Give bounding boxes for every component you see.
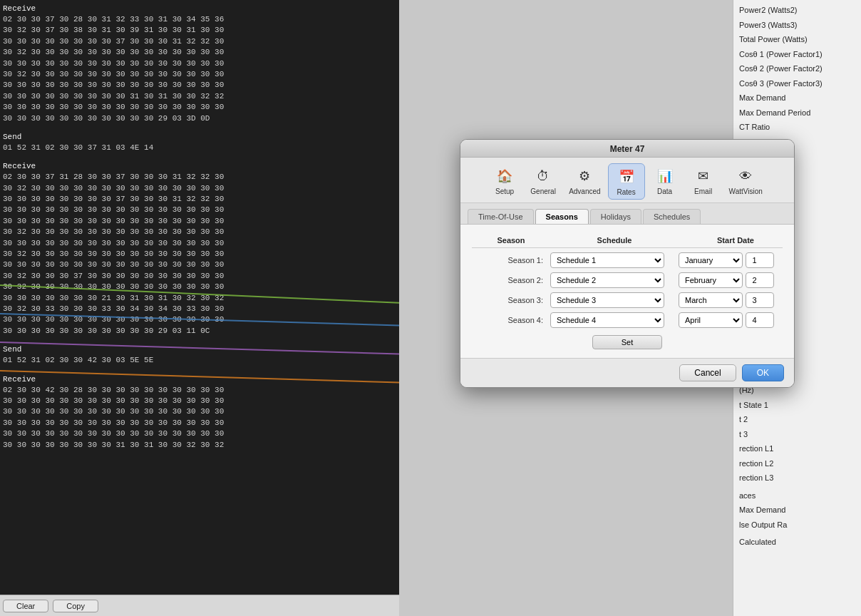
log-section-label: Receive [3,4,396,13]
right-list-item: Cosθ 1 (Power Factor1) [733,47,861,62]
right-list-item: CT Ratio [733,120,861,135]
season-table-header: Season Schedule Start Date [472,233,783,248]
season-schedule-select-3[interactable]: Schedule 1Schedule 2Schedule 3Schedule 4 [550,292,664,308]
log-line: 01 52 31 02 30 30 37 31 03 4E 14 [3,143,396,153]
right-list-item: Cosθ 2 (Power Factor2) [733,61,861,76]
advanced-icon: ⚙ [574,166,594,186]
season-row-2: Season 2:Schedule 1Schedule 2Schedule 3S… [472,272,783,288]
log-section-label: Receive [3,375,396,384]
season-day-input-2[interactable] [746,272,774,288]
right-list-item: t 2 [733,412,861,427]
dialog-content: Season Schedule Start Date Season 1:Sche… [460,225,794,358]
toolbar-label-rates: Rates [617,188,636,196]
log-panel: Receive02 30 30 37 30 28 30 31 32 33 30 … [0,0,399,616]
email-icon: ✉ [694,166,713,186]
log-line: 30 32 30 30 30 30 30 30 30 30 30 30 30 3… [3,47,396,58]
toolbar-label-data: Data [657,188,672,195]
season-label-4: Season 4: [472,316,550,324]
right-list-item: Power2 (Watts2) [733,3,861,18]
log-line: 30 32 30 30 30 30 30 30 30 30 30 30 30 3… [3,183,396,194]
log-line: 30 30 30 30 30 30 30 30 31 30 31 30 30 3… [3,440,396,451]
toolbar-item-email[interactable]: ✉Email [685,163,722,200]
season-date-group-4: JanuaryFebruaryMarchAprilMayJuneJulyAugu… [679,312,793,328]
right-list-item: aces [733,488,861,503]
dialog-toolbar: 🏠Setup⏱General⚙Advanced📅Rates📊Data✉Email… [460,158,794,203]
right-list-item: rection L2 [733,456,861,471]
season-month-select-2[interactable]: JanuaryFebruaryMarchAprilMayJuneJulyAugu… [679,272,743,288]
season-day-input-4[interactable] [746,312,774,328]
log-line: 02 30 30 37 30 28 30 31 32 33 30 31 30 3… [3,14,396,25]
log-line: 02 30 30 37 31 28 30 30 37 30 30 30 31 3… [3,172,396,183]
log-line: 30 32 30 30 30 30 30 30 30 30 30 30 30 3… [3,227,396,237]
set-button[interactable]: Set [592,335,663,349]
season-schedule-select-2[interactable]: Schedule 1Schedule 2Schedule 3Schedule 4 [550,272,664,288]
season-month-select-4[interactable]: JanuaryFebruaryMarchAprilMayJuneJulyAugu… [679,312,743,328]
data-icon: 📊 [655,166,675,186]
col-season: Season [472,236,550,245]
log-line: 30 30 30 30 30 30 30 30 30 30 30 29 03 3… [3,113,396,124]
right-list-item: Total Power (Watts) [733,32,861,47]
log-line: 30 30 30 30 30 30 30 30 30 30 30 30 30 3… [3,260,396,270]
season-row-4: Season 4:Schedule 1Schedule 2Schedule 3S… [472,312,783,328]
right-list-item: rection L1 [733,441,861,456]
toolbar-label-general: General [530,188,556,195]
bottom-toolbar: Clear Copy [0,595,399,616]
season-date-group-2: JanuaryFebruaryMarchAprilMayJuneJulyAugu… [679,272,793,288]
log-line: 30 30 30 30 30 30 30 30 30 30 30 30 30 3… [3,102,396,113]
season-schedule-select-1[interactable]: Schedule 1Schedule 2Schedule 3Schedule 4 [550,252,664,268]
right-list-item: Max Demand [733,503,861,518]
log-line: 30 30 30 30 30 30 30 30 37 30 30 30 31 3… [3,36,396,47]
toolbar-item-general[interactable]: ⏱General [525,163,562,200]
log-section-label: Receive [3,162,396,170]
log-line: 30 30 30 30 30 30 30 30 30 30 30 30 30 3… [3,205,396,215]
dialog-title: Meter 47 [460,140,794,158]
log-line: 30 30 30 30 30 30 30 21 30 31 30 31 30 3… [3,293,396,304]
log-line: 30 32 30 30 30 30 30 30 30 30 30 30 30 3… [3,69,396,80]
right-list-item: Max Demand [733,91,861,106]
season-schedule-select-4[interactable]: Schedule 1Schedule 2Schedule 3Schedule 4 [550,312,664,328]
ok-button[interactable]: OK [742,364,784,381]
right-list-item: t 3 [733,427,861,442]
log-line: 30 30 30 30 30 30 30 30 30 30 30 30 30 3… [3,418,396,428]
season-date-group-3: JanuaryFebruaryMarchAprilMayJuneJulyAugu… [679,292,793,308]
log-line: 30 32 30 30 30 30 30 30 30 30 30 30 30 3… [3,282,396,292]
clear-button[interactable]: Clear [3,600,48,612]
season-date-group-1: JanuaryFebruaryMarchAprilMayJuneJulyAugu… [679,252,793,268]
toolbar-item-data[interactable]: 📊Data [646,163,684,200]
season-month-select-3[interactable]: JanuaryFebruaryMarchAprilMayJuneJulyAugu… [679,292,743,308]
setup-icon: 🏠 [495,166,515,186]
toolbar-item-setup[interactable]: 🏠Setup [486,163,523,200]
log-line: 30 30 30 30 30 30 30 30 30 30 30 30 30 3… [3,58,396,69]
dialog-footer: Cancel OK [460,358,794,387]
season-month-select-1[interactable]: JanuaryFebruaryMarchAprilMayJuneJulyAugu… [679,252,743,268]
toolbar-label-advanced: Advanced [569,188,600,195]
right-list-item: lse Output Ra [733,518,861,533]
cancel-button[interactable]: Cancel [679,364,736,381]
right-list-item: Power3 (Watts3) [733,18,861,33]
right-list-item: Max Demand Period [733,106,861,120]
tab-time-of-use[interactable]: Time-Of-Use [468,209,534,224]
tab-seasons[interactable]: Seasons [535,209,589,224]
tab-schedules[interactable]: Schedules [643,209,701,224]
copy-button[interactable]: Copy [53,600,98,612]
season-label-2: Season 2: [472,276,550,284]
right-list-item: Calculated [733,535,861,550]
general-icon: ⏱ [533,166,553,186]
right-list-item: t State 1 [733,398,861,413]
log-line: 02 30 30 42 30 28 30 30 30 30 30 30 30 3… [3,385,396,396]
season-day-input-3[interactable] [746,292,774,308]
toolbar-item-rates[interactable]: 📅Rates [608,163,645,200]
toolbar-item-wattvision[interactable]: 👁WattVision [723,163,768,200]
log-line: 30 30 30 30 30 30 30 30 30 30 30 30 30 3… [3,216,396,227]
season-day-input-1[interactable] [746,252,774,268]
season-label-3: Season 3: [472,296,550,304]
dialog-tabs: Time-Of-UseSeasonsHolidaysSchedules [460,203,794,225]
toolbar-item-advanced[interactable]: ⚙Advanced [563,163,606,200]
log-line: 30 30 30 30 30 30 30 30 37 30 30 30 31 3… [3,194,396,205]
tab-holidays[interactable]: Holidays [590,209,641,224]
col-start-date: Start Date [679,236,793,245]
log-line: 30 30 30 30 30 30 30 30 30 30 30 29 03 1… [3,326,396,337]
log-line: 30 32 30 30 30 37 30 30 30 30 30 30 30 3… [3,271,396,282]
log-line: 30 30 30 30 30 30 30 30 30 30 30 30 30 3… [3,80,396,91]
set-btn-row: Set [472,335,783,349]
